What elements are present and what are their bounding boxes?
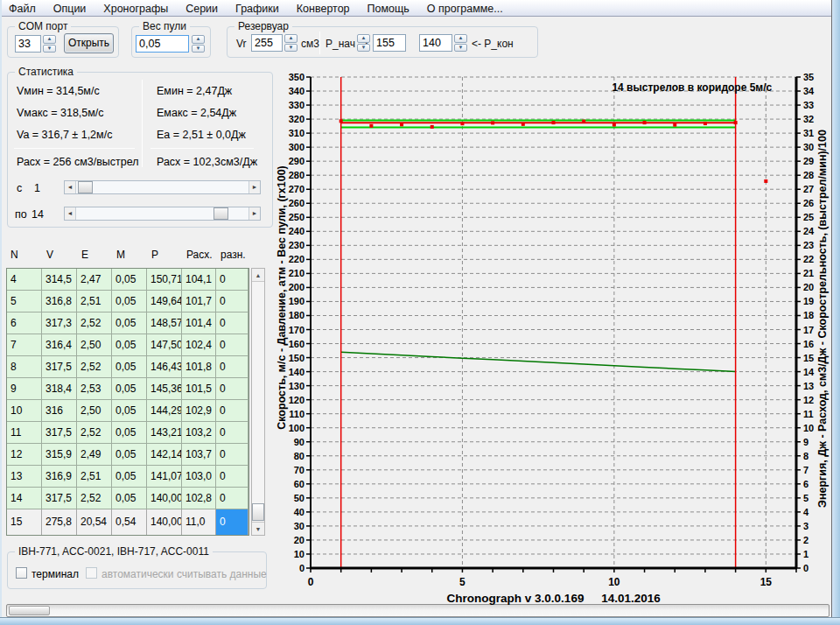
table-cell[interactable]: 318,4: [42, 378, 77, 400]
arrow-down-icon[interactable]: ▼: [252, 522, 264, 535]
arrow-up-icon[interactable]: ▲: [252, 269, 264, 282]
table-row[interactable]: 6317,32,520,05148,57101,40: [7, 312, 248, 334]
table-cell[interactable]: 6: [7, 312, 42, 334]
table-cell[interactable]: 0,05: [112, 312, 147, 334]
table-cell[interactable]: 0,05: [112, 422, 147, 444]
table-cell[interactable]: 316,8: [42, 291, 77, 312]
table-cell[interactable]: 102,4: [182, 334, 216, 356]
table-cell[interactable]: 2,50: [77, 400, 112, 422]
table-cell[interactable]: 314,5: [42, 269, 77, 291]
table-cell[interactable]: 104,1: [182, 269, 216, 291]
table-cell[interactable]: 101,8: [182, 356, 216, 378]
arrow-left-icon[interactable]: ◄: [65, 181, 76, 193]
table-cell[interactable]: 146,43: [147, 356, 182, 378]
table-cell[interactable]: 13: [7, 466, 42, 488]
table-cell[interactable]: 4: [7, 269, 42, 291]
table-cell[interactable]: 0,05: [112, 400, 147, 422]
spin-up-icon[interactable]: ▲: [192, 35, 205, 44]
table-cell[interactable]: 0,05: [112, 378, 147, 400]
menu-item-0[interactable]: Файл: [0, 1, 45, 18]
reservoir-volume-input[interactable]: [251, 34, 283, 52]
table-cell[interactable]: 317,3: [42, 312, 77, 334]
table-cell[interactable]: 149,64: [147, 291, 182, 312]
spin-down-icon[interactable]: ▼: [454, 44, 467, 53]
arrow-left-icon[interactable]: ◄: [65, 207, 76, 220]
table-cell[interactable]: 317,5: [42, 488, 77, 509]
table-cell[interactable]: 101,7: [182, 291, 216, 312]
table-cell[interactable]: 2,52: [77, 312, 112, 334]
table-cell[interactable]: 103,0: [182, 466, 216, 488]
table-cell[interactable]: 317,5: [42, 356, 77, 378]
table-cell[interactable]: 144,29: [147, 400, 182, 422]
table-cell[interactable]: 150,71: [147, 269, 182, 291]
table-row[interactable]: 4314,52,470,05150,71104,10: [7, 269, 248, 291]
table-cell[interactable]: 0,54: [112, 509, 147, 535]
table-cell[interactable]: 9: [7, 378, 42, 400]
spin-up-icon[interactable]: ▲: [454, 34, 467, 43]
table-scrollbar[interactable]: ▲ ▼: [251, 268, 265, 536]
table-cell[interactable]: 14: [7, 488, 42, 509]
table-cell[interactable]: 15: [7, 509, 42, 535]
table-cell[interactable]: 275,8: [42, 509, 77, 535]
table-cell[interactable]: 0: [216, 422, 248, 444]
table-cell[interactable]: 101,5: [182, 378, 216, 400]
table-cell[interactable]: 140,00: [147, 509, 182, 535]
table-cell[interactable]: 2,52: [77, 422, 112, 444]
table-cell[interactable]: 147,50: [147, 334, 182, 356]
table-row[interactable]: 7316,42,500,05147,50102,40: [7, 334, 248, 356]
table-cell[interactable]: 148,57: [147, 312, 182, 334]
table-cell[interactable]: 0: [216, 269, 248, 291]
menu-item-3[interactable]: Серии: [177, 1, 227, 18]
slider-thumb[interactable]: [214, 207, 228, 220]
menu-item-5[interactable]: Конвертор: [288, 1, 359, 18]
menu-item-6[interactable]: Помощь: [359, 1, 418, 18]
range-start-slider[interactable]: ◄ ►: [64, 180, 261, 194]
table-cell[interactable]: 0: [216, 356, 248, 378]
com-port-input[interactable]: [15, 35, 41, 53]
menu-item-4[interactable]: Графики: [227, 1, 288, 18]
table-cell[interactable]: 0: [216, 444, 248, 466]
spin-down-icon[interactable]: ▼: [192, 45, 205, 53]
table-cell[interactable]: 2,51: [77, 291, 112, 312]
table-cell[interactable]: 140,00: [147, 488, 182, 509]
table-cell[interactable]: 0: [216, 334, 248, 356]
table-cell[interactable]: 0,05: [112, 356, 147, 378]
menu-item-7[interactable]: О программе...: [418, 1, 512, 18]
menu-item-2[interactable]: Хронографы: [94, 1, 177, 18]
table-cell[interactable]: 0: [216, 291, 248, 312]
menu-item-1[interactable]: Опции: [45, 1, 95, 18]
table-cell[interactable]: 12: [7, 444, 42, 466]
table-cell[interactable]: 0,05: [112, 466, 147, 488]
table-cell[interactable]: 2,52: [77, 356, 112, 378]
terminal-checkbox[interactable]: [16, 567, 27, 579]
table-cell[interactable]: 11: [7, 422, 42, 444]
table-cell[interactable]: 102,9: [182, 400, 216, 422]
arrow-right-icon[interactable]: ►: [248, 181, 260, 193]
table-row[interactable]: 5316,82,510,05149,64101,70: [7, 291, 248, 312]
table-cell[interactable]: 315,9: [42, 444, 77, 466]
table-cell[interactable]: 316: [42, 400, 77, 422]
open-port-button[interactable]: Открыть: [64, 33, 114, 53]
table-cell[interactable]: 316,9: [42, 466, 77, 488]
table-cell[interactable]: 2,53: [77, 378, 112, 400]
bullet-weight-input[interactable]: [136, 35, 189, 53]
table-row[interactable]: 13316,92,510,05141,07103,00: [7, 466, 248, 488]
table-cell[interactable]: 0: [216, 400, 248, 422]
table-cell[interactable]: 5: [7, 291, 42, 312]
table-cell[interactable]: 7: [7, 334, 42, 356]
table-cell[interactable]: 101,4: [182, 312, 216, 334]
spin-up-icon[interactable]: ▲: [284, 34, 298, 43]
table-cell[interactable]: 142,14: [147, 444, 182, 466]
table-row[interactable]: 15275,820,540,54140,0011,00: [7, 509, 248, 535]
range-end-slider[interactable]: ◄ ►: [64, 207, 261, 221]
table-cell[interactable]: 2,52: [77, 488, 112, 509]
table-cell[interactable]: 11,0: [182, 509, 216, 535]
table-cell[interactable]: 143,21: [147, 422, 182, 444]
table-cell[interactable]: 2,49: [77, 444, 112, 466]
table-row[interactable]: 14317,52,520,05140,00102,80: [7, 488, 248, 509]
p-end-input[interactable]: [419, 34, 452, 52]
table-cell[interactable]: 0: [216, 466, 248, 488]
table-cell[interactable]: 103,2: [182, 422, 216, 444]
table-cell[interactable]: 20,54: [77, 509, 112, 535]
table-cell[interactable]: 10: [7, 400, 42, 422]
